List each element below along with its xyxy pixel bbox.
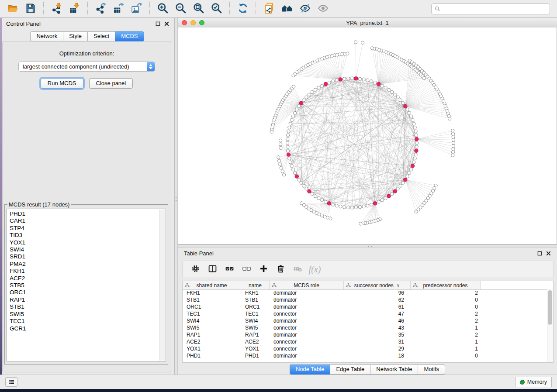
- mcds-result-list[interactable]: PHD1CAR1STP4TID3YOX1SWI4SRD1PMA2FKH1ACE2…: [7, 209, 166, 361]
- search-input[interactable]: [441, 4, 550, 14]
- export-image-button[interactable]: [128, 2, 145, 16]
- mcds-result-item[interactable]: PHD1: [10, 210, 159, 217]
- table-cell: 46: [344, 318, 411, 325]
- tab-mcds[interactable]: MCDS: [115, 31, 144, 41]
- mcds-result-item[interactable]: SWI4: [10, 246, 159, 253]
- select-all-button[interactable]: [221, 261, 238, 277]
- tab-network-table[interactable]: Network Table: [370, 364, 418, 375]
- tab-network[interactable]: Network: [30, 31, 63, 41]
- mcds-result-item[interactable]: SWI5: [10, 311, 159, 318]
- zoom-selected-button[interactable]: [208, 2, 225, 16]
- mcds-result-item[interactable]: PMA2: [10, 261, 159, 268]
- memory-label: Memory: [527, 379, 547, 385]
- zoom-out-button[interactable]: [172, 2, 190, 16]
- task-history-button[interactable]: [5, 377, 17, 387]
- tab-select[interactable]: Select: [87, 31, 115, 41]
- column-layout-button[interactable]: [204, 261, 221, 277]
- table-row[interactable]: ACE2ACE2connector311: [183, 339, 553, 346]
- search-box[interactable]: [431, 3, 550, 14]
- column-header-name[interactable]: name: [241, 281, 270, 289]
- export-table-button[interactable]: [110, 2, 128, 16]
- network-graph[interactable]: [178, 28, 557, 244]
- mcds-list-scrollbar[interactable]: [159, 210, 165, 361]
- column-header-successor-nodes[interactable]: successor nodes∨: [344, 281, 411, 289]
- column-header-shared-name[interactable]: shared name: [183, 281, 241, 289]
- tab-motifs[interactable]: Motifs: [418, 364, 445, 375]
- vertical-splitter[interactable]: [175, 18, 178, 375]
- right-area: YPA_prune.txt_1 Table Panel: [178, 18, 557, 375]
- mcds-result-item[interactable]: STB5: [10, 282, 159, 289]
- zoom-in-button[interactable]: [154, 2, 172, 16]
- mcds-result-item[interactable]: STB1: [10, 303, 159, 310]
- table-row[interactable]: FKH1FKH1dominator962: [183, 290, 553, 297]
- mcds-result-group: MCDS result (17 nodes) PHD1CAR1STP4TID3Y…: [4, 201, 168, 364]
- table-scrollbar[interactable]: [547, 289, 553, 362]
- table-cell: PHD1: [183, 353, 241, 360]
- column-header-predecessor-nodes[interactable]: predecessor nodes: [411, 281, 481, 289]
- table-row[interactable]: TEC1TEC1connector472: [183, 311, 553, 318]
- network-canvas[interactable]: [178, 28, 557, 244]
- mcds-result-item[interactable]: FKH1: [10, 268, 159, 275]
- import-network-button[interactable]: [48, 2, 66, 16]
- table-row[interactable]: SWI5SWI5connector431: [183, 325, 553, 332]
- criterion-dropdown[interactable]: largest connected component (undirected): [18, 62, 155, 72]
- toolbar-separator: [43, 2, 44, 15]
- column-header-mcds-role[interactable]: MCDS role: [270, 281, 344, 289]
- tab-style[interactable]: Style: [63, 31, 87, 41]
- mcds-result-item[interactable]: CAR1: [10, 217, 159, 224]
- tab-node-table[interactable]: Node Table: [290, 364, 330, 375]
- import-table-button[interactable]: [66, 2, 83, 16]
- refresh-icon: [237, 3, 249, 15]
- mcds-result-item[interactable]: ORC1: [10, 289, 159, 296]
- table-cell: STB1: [183, 297, 241, 304]
- memory-button[interactable]: Memory: [515, 377, 552, 387]
- table-cell: 2: [411, 311, 481, 318]
- control-panel-title: Control Panel: [6, 21, 41, 27]
- network-files-button[interactable]: [260, 2, 278, 16]
- table-row[interactable]: RAP1RAP1dominator352: [183, 332, 553, 339]
- mcds-result-item[interactable]: ACE2: [10, 275, 159, 282]
- network-files-icon: [263, 3, 275, 15]
- mcds-result-item[interactable]: RAP1: [10, 296, 159, 303]
- mcds-result-item[interactable]: TID3: [10, 232, 159, 239]
- zoom-fit-button[interactable]: [190, 2, 208, 16]
- mcds-result-item[interactable]: SRD1: [10, 253, 159, 260]
- table-row[interactable]: PHD1PHD1dominator180: [183, 353, 553, 360]
- table-scrollbar-thumb[interactable]: [548, 290, 552, 325]
- table-cell: STB1: [241, 297, 270, 304]
- close-panel-button[interactable]: Close panel: [89, 78, 133, 89]
- table-cell: dominator: [270, 353, 344, 360]
- mcds-result-item[interactable]: STP4: [10, 225, 159, 232]
- save-button[interactable]: [21, 2, 39, 16]
- delete-column-button[interactable]: [272, 261, 289, 277]
- table-row[interactable]: SWI4SWI4dominator462: [183, 318, 553, 325]
- close-panel-icon[interactable]: [164, 21, 169, 26]
- table-cell: 2: [411, 332, 481, 339]
- horizontal-splitter[interactable]: [178, 244, 557, 248]
- shared-column-icon: [413, 283, 418, 289]
- table-cell: connector: [270, 325, 344, 332]
- gear-icon: [191, 264, 200, 275]
- add-column-button[interactable]: [255, 261, 272, 277]
- tab-edge-table[interactable]: Edge Table: [330, 364, 370, 375]
- mcds-result-item[interactable]: TEC1: [10, 318, 159, 325]
- select-none-button[interactable]: [238, 261, 255, 277]
- table-row[interactable]: ORC1ORC1dominator610: [183, 304, 553, 311]
- mcds-result-item[interactable]: YOX1: [10, 239, 159, 246]
- mcds-result-item[interactable]: GCR1: [10, 325, 159, 332]
- table-row[interactable]: YOX1YOX1connector291: [183, 346, 553, 353]
- status-bar: Memory: [0, 375, 557, 389]
- float-panel-icon[interactable]: [156, 21, 160, 26]
- float-table-panel-icon[interactable]: [537, 251, 542, 256]
- table-settings-button[interactable]: [187, 261, 204, 277]
- hide-selected-button[interactable]: [296, 2, 314, 16]
- table-row[interactable]: STB1STB1dominator620: [183, 297, 553, 304]
- table-cell: connector: [270, 311, 344, 318]
- open-button[interactable]: [3, 2, 21, 16]
- first-neighbors-button[interactable]: [278, 2, 296, 16]
- refresh-button[interactable]: [234, 2, 252, 16]
- run-mcds-button[interactable]: Run MCDS: [41, 78, 83, 89]
- close-table-panel-icon[interactable]: [546, 251, 551, 256]
- export-network-button[interactable]: [92, 2, 110, 16]
- column-header-label: predecessor nodes: [423, 282, 467, 289]
